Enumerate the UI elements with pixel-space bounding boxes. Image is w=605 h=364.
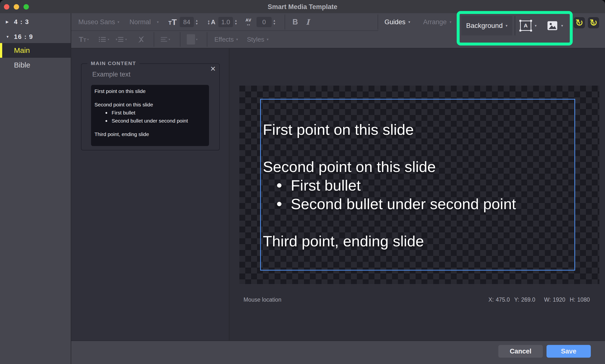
caret-down-icon: ▾ [87,38,89,41]
clear-formatting-button[interactable] [138,31,145,48]
guides-dropdown[interactable]: Guides▾ [384,13,410,31]
caret-down-icon: ▾ [450,20,452,24]
effects-dropdown[interactable]: Effects▾ [214,31,238,48]
bullet-dot [105,112,107,114]
chevron-down-icon: ▼ [6,35,10,39]
caret-down-icon: ▾ [267,37,269,42]
caret-down-icon: ▾ [125,38,127,41]
text-color-dropdown[interactable]: ▾ [187,31,197,48]
slide-line-bullet: First bullet [263,176,574,195]
slide-line-bullet: Second bullet under second point [263,195,574,213]
caret-down-icon: ▾ [236,37,238,42]
sync-slide-button[interactable]: ↻ S [588,17,599,28]
bullet-dot [105,120,107,122]
sidebar-group-4-3[interactable]: ▶ 4 : 3 [0,13,71,30]
font-family-caret-icon[interactable]: ▾ [118,13,119,31]
bullet-dot [277,202,281,206]
coord-x: X:475.0 [488,297,510,303]
styles-dropdown[interactable]: Styles▾ [247,31,268,48]
slide-line: Third point, ending slide [263,232,574,250]
caret-down-icon: ▾ [506,24,508,28]
indent-dropdown[interactable]: ▾ [116,31,127,48]
slide-line-blank [263,139,574,157]
main-content-panel: MAIN CONTENT ✕ Example text First point … [71,48,229,340]
canvas-panel: First point on this slide Second point o… [229,48,605,340]
example-text-input[interactable]: First point on this slide Second point o… [91,85,209,146]
sidebar-item-label: Main [14,46,30,54]
font-style-dropdown[interactable]: Normal [130,13,151,31]
coord-h: H:1080 [570,297,590,303]
text-line: First point on this slide [94,87,206,95]
toolbar-separator [285,14,285,30]
toolbar-separator [154,32,154,47]
sync-text-button[interactable]: ↻ T [574,17,585,28]
text-line-bullet: Second bullet under second point [94,117,206,125]
font-style-caret-icon[interactable]: ▾ [157,13,159,31]
font-family-dropdown[interactable]: Museo Sans [78,13,115,31]
sidebar-group-16-9[interactable]: ▼ 16 : 9 [0,30,71,43]
sidebar-item-main[interactable]: Main [0,43,71,58]
add-textbox-dropdown[interactable]: A ▾ [520,16,537,36]
slide-line: Second point on this slide [263,157,574,176]
bullet-list-dropdown[interactable]: ▾ [98,31,109,48]
font-size-stepper[interactable]: ▲▼ [195,13,198,31]
font-size-icon: TT [168,13,177,31]
bold-button[interactable]: B [292,13,298,31]
example-text-label: Example text [92,71,131,78]
text-line: Second point on this slide [94,101,206,109]
coord-w: W:1920 [544,297,565,303]
toolbar: Museo Sans ▾ Normal ▾ TT 84 ▲▼ ↕A 1.0 ▲▼… [71,13,605,48]
step-up-icon: ▲ [273,19,276,22]
caret-down-icon: ▾ [196,38,197,41]
cancel-button[interactable]: Cancel [498,345,543,358]
cluster-separator [515,16,515,36]
footer-bar: Cancel Save [71,340,605,364]
step-down-icon: ▼ [273,23,276,25]
text-line-blank [94,95,206,101]
toolbar-separator [180,32,180,47]
sidebar-group-label: 4 : 3 [14,18,29,26]
main-content-fieldset: MAIN CONTENT ✕ Example text First point … [81,63,220,150]
text-case-dropdown[interactable]: TT ▾ [79,31,89,48]
italic-button[interactable]: I [306,13,310,31]
caret-down-icon: ▾ [408,20,410,24]
arrange-dropdown[interactable]: Arrange▾ [423,13,452,31]
indent-icon [116,36,124,43]
kerning-input[interactable]: 0 [256,13,272,31]
step-up-icon: ▲ [195,19,198,22]
textbox-icon: A [520,21,531,31]
toolbar-separator [378,14,378,30]
text-line-bullet: First bullet [94,109,206,117]
close-icon[interactable]: ✕ [210,65,216,73]
window-title: Smart Media Template [0,0,605,13]
image-icon [547,21,558,31]
slide-line-blank [263,213,574,232]
line-spacing-stepper[interactable]: ▲▼ [235,13,237,31]
bullet-list-icon [98,36,107,43]
titlebar: Smart Media Template [0,0,605,13]
save-button[interactable]: Save [547,345,591,358]
slide-line: First point on this slide [263,120,574,139]
step-down-icon: ▼ [235,23,237,25]
line-spacing-icon: ↕A [207,13,215,31]
background-dropdown[interactable]: Background▾ [461,16,512,36]
kerning-stepper[interactable]: ▲▼ [273,13,276,31]
alignment-dropdown[interactable]: ▾ [160,31,170,48]
kerning-icon: AV↔ [246,13,251,31]
app-window: Smart Media Template ▶ 4 : 3 ▼ 16 : 9 Ma… [0,0,605,364]
caret-down-icon: ▾ [561,24,563,28]
section-label: MAIN CONTENT [87,60,140,66]
mouse-location-label: Mouse location [244,297,281,303]
text-line-blank [94,125,206,130]
font-size-input[interactable]: 84 [180,13,194,31]
caret-down-icon: ▾ [108,38,109,41]
caret-down-icon: ▾ [169,38,170,41]
add-image-dropdown[interactable]: ▾ [547,16,563,36]
slide-text-box[interactable]: First point on this slide Second point o… [260,99,575,271]
coord-y: Y:269.0 [514,297,535,303]
line-spacing-input[interactable]: 1.0 [218,13,233,31]
sidebar-item-label: Bible [14,61,30,69]
bullet-dot [277,183,281,188]
sidebar-item-bible[interactable]: Bible [0,58,71,72]
slide-coordinates: X:475.0 Y:269.0 W:1920 H:1080 [488,297,590,303]
